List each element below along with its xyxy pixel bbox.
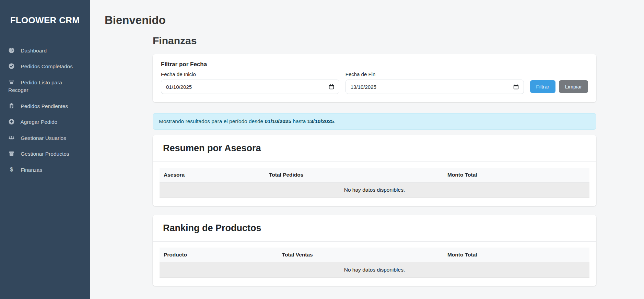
sidebar-item-label: Gestionar Usuarios	[21, 135, 66, 141]
table-header-row: Producto Total Ventas Monto Total	[160, 248, 589, 262]
box-icon	[8, 151, 15, 157]
sidebar-item-agregar-pedido[interactable]: Agregar Pedido	[0, 114, 90, 130]
sidebar-item-label: Finanzas	[21, 167, 42, 173]
filter-card-title: Filtrar por Fecha	[161, 61, 588, 68]
empty-state-message: No hay datos disponibles.	[160, 262, 589, 278]
alert-text: Mostrando resultados para el período des…	[159, 118, 265, 124]
plus-circle-icon	[8, 119, 15, 125]
column-header-producto: Producto	[160, 248, 278, 262]
sidebar-item-label: Agregar Pedido	[20, 119, 57, 125]
start-date-input[interactable]: 01/10/2025	[161, 80, 339, 94]
users-icon	[8, 135, 15, 141]
sidebar-nav: Dashboard Pedidos Completados	[0, 43, 90, 178]
sidebar-item-pedidos-pendientes[interactable]: Pedidos Pendientes	[0, 98, 90, 114]
main-content: Bienvenido Finanzas Filtrar por Fecha Fe…	[90, 0, 644, 299]
resumen-asesora-card: Resumen por Asesora Asesora Total Pedido…	[153, 135, 596, 206]
svg-text:$: $	[10, 167, 13, 172]
sidebar-item-finanzas[interactable]: $ Finanzas	[0, 162, 90, 178]
end-date-label: Fecha de Fin	[346, 71, 524, 77]
sidebar-item-label: Dashboard	[21, 48, 47, 53]
filter-buttons: Filtrar Limpiar	[530, 80, 588, 94]
page-title: Bienvenido	[105, 14, 644, 27]
table-row: No hay datos disponibles.	[160, 182, 589, 198]
sidebar-item-pedidos-completados[interactable]: Pedidos Completados	[0, 59, 90, 74]
start-date-label: Fecha de Inicio	[161, 71, 339, 77]
column-header-total-ventas: Total Ventas	[278, 248, 443, 262]
column-header-monto-total: Monto Total	[443, 248, 589, 262]
gauge-icon	[8, 47, 15, 53]
end-date-input[interactable]: 13/10/2025	[346, 80, 524, 94]
column-header-total-pedidos: Total Pedidos	[265, 168, 443, 182]
limpiar-button[interactable]: Limpiar	[559, 80, 588, 93]
results-info-alert: Mostrando resultados para el período des…	[153, 113, 596, 130]
box-open-icon	[8, 79, 15, 85]
column-header-asesora: Asesora	[160, 168, 265, 182]
date-filter-card: Filtrar por Fecha Fecha de Inicio 01/10/…	[153, 54, 596, 102]
sidebar-item-label: Pedidos Completados	[21, 63, 73, 69]
ranking-productos-card: Ranking de Productos Producto Total Vent…	[153, 215, 596, 286]
alert-text: hasta	[291, 118, 307, 124]
column-header-monto-total: Monto Total	[443, 168, 589, 182]
sidebar-item-pedido-listo-recoger[interactable]: Pedido Listo para Recoger	[0, 75, 90, 98]
sidebar-item-gestionar-productos[interactable]: Gestionar Productos	[0, 146, 90, 162]
alert-start-date: 01/10/2025	[265, 118, 291, 124]
sidebar-item-label: Gestionar Productos	[21, 151, 69, 157]
sidebar-item-dashboard[interactable]: Dashboard	[0, 43, 90, 59]
alert-end-date: 13/10/2025	[307, 118, 334, 124]
table-row: No hay datos disponibles.	[160, 262, 589, 278]
ranking-productos-title: Ranking de Productos	[163, 223, 586, 234]
clipboard-list-icon	[8, 103, 15, 109]
app-window: FLOOWER CRM Dashboard	[0, 0, 644, 299]
alert-text: .	[334, 118, 335, 124]
section-title: Finanzas	[153, 35, 596, 47]
check-circle-icon	[8, 63, 15, 69]
app-logo-title: FLOOWER CRM	[0, 15, 90, 26]
finanzas-section: Finanzas Filtrar por Fecha Fecha de Inic…	[153, 35, 596, 286]
sidebar-item-label: Pedidos Pendientes	[21, 103, 68, 109]
sidebar-item-gestionar-usuarios[interactable]: Gestionar Usuarios	[0, 130, 90, 146]
calendar-icon[interactable]	[513, 84, 519, 89]
card-header: Ranking de Productos	[153, 215, 596, 242]
resumen-asesora-title: Resumen por Asesora	[163, 143, 586, 154]
sidebar: FLOOWER CRM Dashboard	[0, 0, 90, 299]
sidebar-item-label: Pedido Listo para Recoger	[8, 80, 62, 93]
empty-state-message: No hay datos disponibles.	[160, 182, 589, 198]
calendar-icon[interactable]	[329, 84, 334, 89]
start-date-field: Fecha de Inicio 01/10/2025	[161, 71, 339, 94]
end-date-value: 13/10/2025	[351, 84, 513, 90]
start-date-value: 01/10/2025	[166, 84, 329, 90]
filtrar-button[interactable]: Filtrar	[530, 80, 555, 93]
dollar-icon: $	[8, 167, 15, 173]
ranking-productos-table: Producto Total Ventas Monto Total No hay…	[160, 248, 589, 278]
card-header: Resumen por Asesora	[153, 135, 596, 162]
resumen-asesora-table: Asesora Total Pedidos Monto Total No hay…	[160, 168, 589, 198]
end-date-field: Fecha de Fin 13/10/2025	[346, 71, 524, 94]
table-header-row: Asesora Total Pedidos Monto Total	[160, 168, 589, 182]
